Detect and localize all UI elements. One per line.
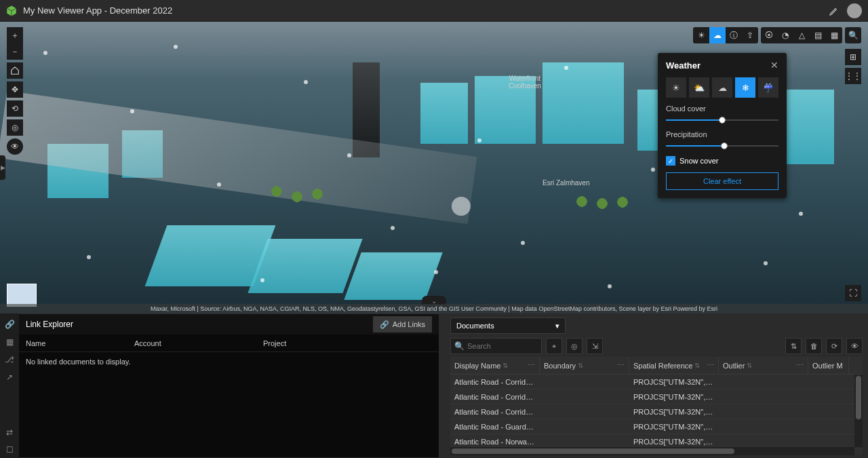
cloud-cover-slider[interactable] <box>666 115 778 125</box>
right-side-toolbar: ⊞ ⋮⋮ <box>845 49 861 84</box>
precipitation-slider[interactable] <box>666 141 778 151</box>
rotate-button[interactable]: ⟲ <box>7 100 23 117</box>
add-links-button[interactable]: 🔗 Add Links <box>373 316 432 332</box>
pan-button[interactable]: ✥ <box>7 81 23 98</box>
app-title: My New Viewer App - December 2022 <box>23 5 172 16</box>
link-explorer-empty: No linked documents to display. <box>19 352 439 371</box>
search-button[interactable]: 🔍 <box>845 27 861 43</box>
col-name[interactable]: Name <box>26 339 134 347</box>
left-toolbar: ＋ － ✥ ⟲ ◎ 👁 <box>7 27 23 155</box>
col-menu-icon[interactable]: ⋯ <box>796 361 804 370</box>
delete-button[interactable]: 🗑 <box>806 338 822 354</box>
cell-spatial-ref: PROJCS["UTM-32N",GEO... <box>629 408 719 416</box>
table-row[interactable]: Atlantic Road - Corridor.dwgPROJCS["UTM-… <box>450 404 863 419</box>
horizontal-scrollbar[interactable] <box>450 447 854 455</box>
search-wrap: 🔍 <box>450 338 542 354</box>
precipitation-label: Precipitation <box>666 130 778 138</box>
settings-button[interactable]: ⋮⋮ <box>845 68 861 84</box>
app-logo-icon <box>5 5 18 17</box>
link-explorer-title: Link Explorer <box>26 320 73 329</box>
documents-dropdown[interactable]: Documents ▾ <box>450 318 566 334</box>
compass-button[interactable]: ◎ <box>7 119 23 136</box>
weather-rain-icon[interactable]: ☔ <box>758 77 778 98</box>
user-avatar[interactable] <box>846 3 863 19</box>
target-button[interactable]: ◎ <box>566 338 583 354</box>
weather-sunny-icon[interactable]: ☀ <box>666 77 686 98</box>
cell-display-name: Atlantic Road - Corridor Al... <box>450 378 540 386</box>
table-row[interactable]: Atlantic Road - Corridor Al...PROJCS["UT… <box>450 375 863 389</box>
map-label-zalm: Esri Zalmhaven <box>542 179 589 187</box>
weather-type-selector: ☀ ⛅ ☁ ❄ ☔ <box>666 77 778 98</box>
left-rail: 🔗 ▦ ⎇ ↗ ⇄ ☐ <box>0 313 19 458</box>
col-spatial-ref[interactable]: Spatial Reference⇅⋯ <box>629 357 719 374</box>
share-button[interactable]: ⇪ <box>742 27 758 43</box>
home-button[interactable] <box>7 62 23 79</box>
close-icon[interactable]: ✕ <box>770 60 778 71</box>
fullscreen-button[interactable]: ⛶ <box>845 285 861 301</box>
app-header: My New Viewer App - December 2022 <box>0 0 868 22</box>
rail-export-icon[interactable]: ↗ <box>1 369 18 385</box>
col-display-name[interactable]: Display Name⇅⋯ <box>450 357 540 374</box>
col-outlier-m[interactable]: Outlier M <box>808 357 849 374</box>
slice-button[interactable]: △ <box>793 27 810 43</box>
checkbox-checked-icon: ✓ <box>666 156 675 166</box>
view-button[interactable]: 👁 <box>7 138 23 155</box>
weather-button[interactable]: ☁ <box>709 27 726 43</box>
rail-swap-icon[interactable]: ⇄ <box>1 424 18 440</box>
cell-display-name: Atlantic Road - Corridor S... <box>450 393 540 401</box>
weather-snow-icon[interactable]: ❄ <box>735 77 755 98</box>
clear-effect-button[interactable]: Clear effect <box>666 172 778 190</box>
col-account[interactable]: Account <box>134 339 263 347</box>
measure-button[interactable]: ◔ <box>777 27 793 43</box>
left-expand-handle[interactable]: ▶ <box>0 155 5 180</box>
visibility-button[interactable]: 👁 <box>846 338 863 354</box>
col-project[interactable]: Project <box>263 339 432 347</box>
vertical-scrollbar[interactable] <box>854 375 863 447</box>
map-viewport[interactable]: WaterfrontCoolhaven Esri Zalmhaven ＋ － ✥… <box>0 22 868 313</box>
globe-button[interactable]: ⦿ <box>761 27 777 43</box>
cell-spatial-ref: PROJCS["UTM-32N",GEO... <box>629 393 719 401</box>
col-boundary[interactable]: Boundary⇅⋯ <box>540 357 629 374</box>
table-body: Atlantic Road - Corridor Al...PROJCS["UT… <box>450 375 863 449</box>
add-links-icon: 🔗 <box>380 320 389 329</box>
locate-button[interactable]: ⌖ <box>546 338 562 354</box>
search-icon: 🔍 <box>454 341 465 351</box>
table-header: Display Name⇅⋯ Boundary⇅⋯ Spatial Refere… <box>450 357 863 375</box>
col-menu-icon[interactable]: ⋯ <box>528 361 535 370</box>
col-menu-icon[interactable]: ⋯ <box>707 361 714 370</box>
zoom-out-button[interactable]: － <box>7 43 23 60</box>
map-attribution: Maxar, Microsoft | Source: Airbus, NGA, … <box>0 304 868 313</box>
layers-button[interactable]: ▤ <box>810 27 826 43</box>
col-outlier[interactable]: Outlier⇅⋯ <box>719 357 808 374</box>
weather-overcast-icon[interactable]: ☁ <box>712 77 732 98</box>
table-row[interactable]: Atlantic Road - Corridor S...PROJCS["UTM… <box>450 389 863 404</box>
col-menu-icon[interactable]: ⋯ <box>617 361 625 370</box>
snow-cover-checkbox[interactable]: ✓ Snow cover <box>666 156 778 166</box>
rail-box-icon[interactable]: ☐ <box>1 442 18 458</box>
bottom-panels: 🔗 ▦ ⎇ ↗ ⇄ ☐ Link Explorer 🔗 Add Links Na… <box>0 313 868 458</box>
cell-spatial-ref: PROJCS["UTM-32N",GEO... <box>629 423 719 431</box>
daylight-button[interactable]: ☀ <box>693 27 709 43</box>
panel-divider[interactable] <box>439 313 445 458</box>
rail-table-icon[interactable]: ▦ <box>1 334 18 350</box>
filter-button[interactable]: ⇅ <box>785 338 802 354</box>
table-row[interactable]: Atlantic Road - Guardrail.d...PROJCS["UT… <box>450 419 863 434</box>
weather-cloudy-icon[interactable]: ⛅ <box>689 77 709 98</box>
cloud-cover-label: Cloud cover <box>666 104 778 113</box>
minimap[interactable] <box>7 284 37 307</box>
documents-table: Display Name⇅⋯ Boundary⇅⋯ Spatial Refere… <box>450 357 863 455</box>
rail-links-icon[interactable]: 🔗 <box>1 316 18 332</box>
edit-icon[interactable] <box>826 3 842 19</box>
rail-branch-icon[interactable]: ⎇ <box>1 351 18 368</box>
cell-display-name: Atlantic Road - Norway.dwg <box>450 438 540 446</box>
refresh-button[interactable]: ⟳ <box>826 338 842 354</box>
link-explorer-columns: Name Account Project <box>19 335 439 352</box>
apps-button[interactable]: ⊞ <box>845 49 861 65</box>
zoom-in-button[interactable]: ＋ <box>7 27 23 43</box>
tree-button[interactable]: ⇲ <box>587 338 603 354</box>
link-explorer-panel: Link Explorer 🔗 Add Links Name Account P… <box>19 313 439 458</box>
weather-title: Weather <box>666 60 701 71</box>
info-button[interactable]: ⓘ <box>726 27 742 43</box>
basemap-button[interactable]: ▦ <box>826 27 842 43</box>
chevron-down-icon: ▾ <box>555 322 559 330</box>
